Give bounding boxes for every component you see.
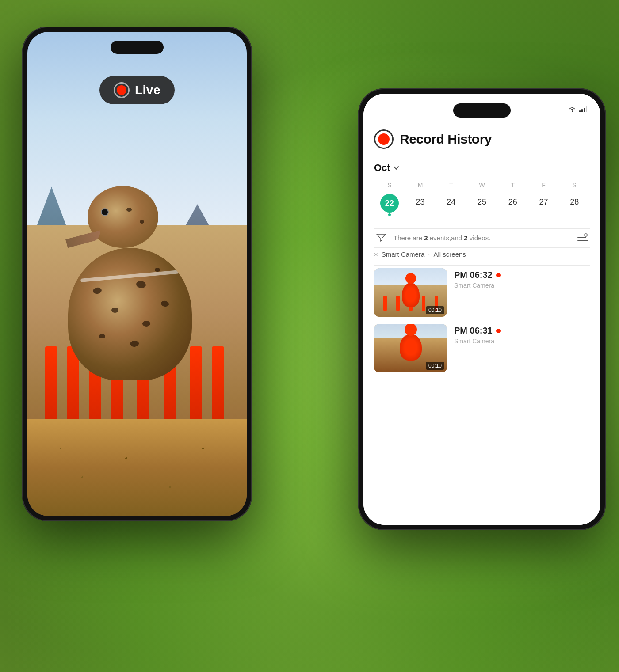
cal-day-27[interactable]: 27: [528, 194, 559, 216]
svg-point-7: [585, 234, 587, 236]
divider-2: [374, 247, 590, 248]
video-time-row-1: PM 06:32: [454, 270, 590, 280]
left-phone: Live: [22, 27, 252, 521]
live-label: Live: [135, 83, 160, 97]
filter-info: There are 2 events,and 2 videos.: [374, 231, 490, 245]
events-count: 2: [424, 234, 428, 242]
divider-1: [374, 228, 590, 229]
signal-icon: [579, 106, 587, 112]
sort-icon: [577, 233, 588, 242]
cal-day-24-num: 24: [447, 194, 455, 210]
cal-header-t1: T: [436, 180, 466, 190]
dynamic-island-right: [453, 103, 511, 118]
remove-filter-button[interactable]: ×: [374, 251, 378, 258]
video-status-dot-1: [496, 273, 501, 277]
cal-day-26-num: 26: [508, 194, 517, 210]
svg-rect-0: [579, 110, 581, 112]
svg-rect-3: [586, 106, 587, 112]
dynamic-island-left: [111, 41, 164, 54]
live-record-icon: [114, 82, 130, 98]
cal-day-22[interactable]: 22: [374, 194, 405, 216]
month-label[interactable]: Oct: [374, 162, 590, 174]
cal-header-f: F: [528, 180, 559, 190]
filter-bar: There are 2 events,and 2 videos.: [374, 231, 590, 245]
calendar-days: 22 23 24 25 26 27 28: [374, 194, 590, 216]
video-time-row-2: PM 06:31: [454, 326, 590, 336]
cal-header-s2: S: [559, 180, 590, 190]
cal-day-24[interactable]: 24: [436, 194, 466, 216]
cal-day-22-dot: [388, 213, 391, 216]
video-thumbnail-2: 00:10: [374, 324, 447, 372]
camera-name: Smart Camera: [382, 251, 425, 258]
svg-rect-2: [584, 108, 585, 112]
cal-day-22-num: 22: [380, 194, 399, 213]
svg-rect-1: [581, 109, 583, 112]
camera-filter-tag: × Smart Camera · All screens: [374, 251, 590, 258]
thumb-bar: [422, 296, 425, 311]
cal-day-28[interactable]: 28: [559, 194, 590, 216]
wifi-icon: [568, 106, 577, 112]
video-camera-1: Smart Camera: [454, 282, 590, 289]
calendar-header: S M T W T F S: [374, 180, 590, 190]
month-name: Oct: [374, 162, 390, 174]
sort-button[interactable]: [576, 231, 590, 245]
record-dot: [378, 133, 390, 145]
divider-3: [374, 265, 590, 266]
cal-day-26[interactable]: 26: [497, 194, 528, 216]
video-camera-2: Smart Camera: [454, 338, 590, 345]
video-info-1: PM 06:32 Smart Camera: [454, 268, 590, 289]
cal-day-25-num: 25: [478, 194, 486, 210]
bird-eye: [101, 208, 109, 216]
video-time-1: PM 06:32: [454, 270, 493, 280]
bird-body: [68, 248, 192, 380]
video-item-1[interactable]: 00:10 PM 06:32 Smart Camera: [374, 268, 590, 317]
filter-icon: [376, 233, 386, 242]
month-section: Oct S M T W T F S 22: [374, 162, 590, 220]
video-status-dot-2: [496, 329, 501, 333]
bird-beak: [65, 230, 102, 248]
cal-header-s1: S: [374, 180, 405, 190]
filter-text: There are 2 events,and 2 videos.: [394, 234, 490, 242]
cal-day-23-num: 23: [416, 194, 425, 210]
separator: ·: [428, 251, 430, 258]
record-history-title: Record History: [400, 132, 492, 147]
cal-header-w: W: [466, 180, 497, 190]
cal-day-28-num: 28: [570, 194, 579, 210]
video-list: 00:10 PM 06:32 Smart Camera: [374, 268, 590, 372]
video-thumbnail-1: 00:10: [374, 268, 447, 317]
bird-head: [88, 186, 158, 248]
live-camera-view: Live: [27, 32, 247, 516]
thumb-bar: [396, 296, 400, 311]
thumb-bar: [383, 296, 387, 311]
cal-header-m: M: [405, 180, 436, 190]
video-info-2: PM 06:31 Smart Camera: [454, 324, 590, 345]
video-duration-1: 00:10: [426, 306, 444, 314]
cal-day-27-num: 27: [539, 194, 548, 210]
bird: [59, 213, 201, 380]
right-phone: Record History Oct S M T W T F S: [358, 88, 606, 530]
right-phone-screen: Record History Oct S M T W T F S: [363, 94, 600, 525]
screens-filter: All screens: [433, 251, 466, 258]
filter-button[interactable]: [374, 231, 388, 245]
chicken-head: [405, 273, 416, 284]
cal-day-23[interactable]: 23: [405, 194, 436, 216]
chicken-body: [402, 283, 420, 307]
month-dropdown-icon: [393, 166, 399, 170]
record-history-icon: [374, 129, 394, 149]
status-bar: [568, 106, 587, 112]
seeds: [27, 419, 247, 516]
videos-count: 2: [464, 234, 467, 242]
cal-header-t2: T: [497, 180, 528, 190]
live-badge[interactable]: Live: [99, 76, 175, 104]
video-duration-2: 00:10: [426, 362, 444, 370]
live-dot: [117, 85, 126, 95]
video-time-2: PM 06:31: [454, 326, 493, 336]
video-item-2[interactable]: 00:10 PM 06:31 Smart Camera: [374, 324, 590, 372]
thumb-chicken-1: [402, 283, 420, 307]
record-history-header: Record History: [363, 122, 600, 156]
cal-day-25[interactable]: 25: [466, 194, 497, 216]
left-phone-screen: Live: [27, 32, 247, 516]
